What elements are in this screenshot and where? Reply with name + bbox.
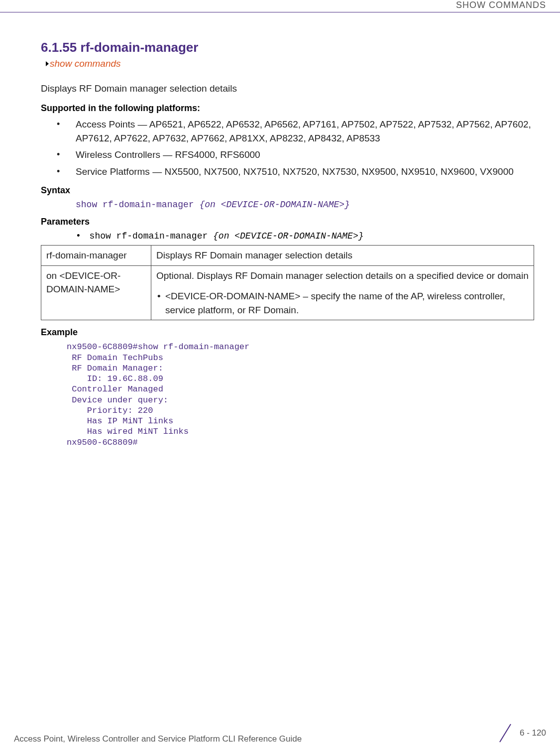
param-desc: Displays RF Domain manager selection det…: [151, 246, 534, 266]
intro-text: Displays RF Domain manager selection det…: [41, 83, 534, 94]
supported-list: Access Points — AP6521, AP6522, AP6532, …: [41, 118, 534, 178]
section-title: 6.1.55 rf-domain-manager: [41, 40, 534, 55]
param-name: on <DEVICE-OR-DOMAIN-NAME>: [41, 265, 151, 320]
syntax-plain: show rf-domain-manager: [76, 200, 199, 210]
syntax-heading: Syntax: [41, 185, 534, 196]
footer-page-number: 6 - 120: [520, 728, 546, 738]
param-desc-bullet: <DEVICE-OR-DOMAIN-NAME> – specify the na…: [156, 289, 529, 317]
usage-plain: show rf-domain-manager: [90, 231, 213, 241]
svg-line-0: [500, 724, 511, 742]
example-block: nx9500-6C8809#show rf-domain-manager RF …: [67, 342, 534, 448]
page-content: 6.1.55 rf-domain-manager show commands D…: [41, 40, 534, 448]
footer-page-box: 6 - 120: [497, 722, 546, 744]
example-heading: Example: [41, 327, 534, 338]
usage-italic: {on <DEVICE-OR-DOMAIN-NAME>}: [213, 231, 363, 241]
breadcrumb[interactable]: show commands: [46, 58, 534, 69]
page-slash-icon: [497, 722, 514, 744]
breadcrumb-text: show commands: [50, 58, 121, 69]
param-name: rf-domain-manager: [41, 246, 151, 266]
syntax-italic: {on <DEVICE-OR-DOMAIN-NAME>}: [199, 200, 349, 210]
param-desc-main: Optional. Displays RF Domain manager sel…: [156, 270, 529, 281]
table-row: on <DEVICE-OR-DOMAIN-NAME> Optional. Dis…: [41, 265, 534, 320]
list-item: Access Points — AP6521, AP6522, AP6532, …: [41, 118, 534, 145]
list-item: Wireless Controllers — RFS4000, RFS6000: [41, 148, 534, 162]
footer-guide: Access Point, Wireless Controller and Se…: [14, 734, 302, 744]
parameters-table: rf-domain-manager Displays RF Domain man…: [41, 245, 534, 320]
list-item: Service Platforms — NX5500, NX7500, NX75…: [41, 165, 534, 179]
param-desc: Optional. Displays RF Domain manager sel…: [151, 265, 534, 320]
syntax-code: show rf-domain-manager {on <DEVICE-OR-DO…: [76, 200, 534, 210]
header-rule: [0, 12, 560, 12]
page-footer: Access Point, Wireless Controller and Se…: [14, 722, 546, 744]
table-row: rf-domain-manager Displays RF Domain man…: [41, 246, 534, 266]
parameters-usage: • show rf-domain-manager {on <DEVICE-OR-…: [76, 231, 534, 241]
bullet-icon: •: [76, 231, 87, 241]
parameters-heading: Parameters: [41, 217, 534, 227]
supported-heading: Supported in the following platforms:: [41, 103, 534, 114]
triangle-right-icon: [46, 61, 49, 66]
header-chapter: SHOW COMMANDS: [456, 0, 546, 10]
